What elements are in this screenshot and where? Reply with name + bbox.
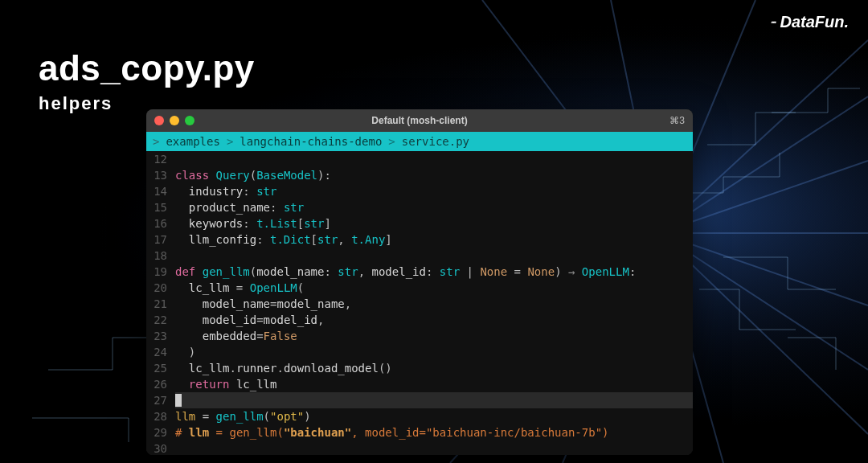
line-number: 13 (146, 167, 175, 183)
code-line: embedded=False (175, 328, 693, 344)
line-number: 12 (146, 151, 175, 167)
code-editor[interactable]: 12 13class Query(BaseModel): 14 industry… (146, 151, 693, 455)
code-line: ) (175, 344, 693, 360)
code-line: lc_llm = OpenLLM( (175, 280, 693, 296)
code-line (175, 392, 693, 408)
code-line: class Query(BaseModel): (175, 167, 693, 183)
breadcrumb-seg-2: langchain-chains-demo (240, 133, 382, 150)
line-number: 15 (146, 199, 175, 215)
code-line (175, 248, 693, 264)
code-line: keywords: t.List[str] (175, 215, 693, 232)
code-line: industry: str (175, 183, 693, 199)
window-shortcut: ⌘3 (669, 115, 685, 126)
brand-logo: ∙∙∙ DataFun. (771, 13, 849, 31)
terminal-window: Default (mosh-client) ⌘3 > examples > la… (146, 109, 693, 455)
code-line: model_id=model_id, (175, 312, 693, 328)
line-number: 27 (146, 392, 175, 408)
window-titlebar[interactable]: Default (mosh-client) ⌘3 (146, 109, 693, 132)
page-title: ads_copy.py (39, 48, 255, 88)
line-number: 23 (146, 328, 175, 344)
window-title: Default (mosh-client) (146, 115, 693, 126)
code-line: def gen_llm(model_name: str, model_id: s… (175, 264, 693, 280)
line-number: 18 (146, 248, 175, 264)
line-number: 22 (146, 312, 175, 328)
code-line: # llm = gen_llm("baichuan", model_id="ba… (175, 424, 693, 440)
line-number: 19 (146, 264, 175, 280)
line-number: 14 (146, 183, 175, 199)
code-line: llm = gen_llm("opt") (175, 408, 693, 424)
line-number: 26 (146, 376, 175, 392)
code-line (175, 151, 693, 167)
line-number: 16 (146, 215, 175, 232)
logo-dots-icon: ∙∙∙ (771, 16, 776, 29)
line-number: 24 (146, 344, 175, 360)
line-number: 28 (146, 408, 175, 424)
line-number: 30 (146, 440, 175, 455)
breadcrumb-seg-1: examples (166, 133, 219, 150)
code-line: return lc_llm (175, 376, 693, 392)
cursor-icon (175, 394, 182, 407)
line-number: 21 (146, 296, 175, 312)
code-line: llm_config: t.Dict[str, t.Any] (175, 232, 693, 248)
logo-text: DataFun. (780, 13, 849, 31)
slide-heading: ads_copy.py helpers (39, 48, 255, 114)
code-line: lc_llm.runner.download_model() (175, 360, 693, 376)
chevron-right-icon: > (388, 133, 395, 150)
code-line: model_name=model_name, (175, 296, 693, 312)
line-number: 20 (146, 280, 175, 296)
breadcrumb: > examples > langchain-chains-demo > ser… (146, 132, 693, 151)
breadcrumb-file: service.py (402, 133, 469, 150)
code-line (175, 440, 693, 455)
line-number: 25 (146, 360, 175, 376)
breadcrumb-caret: > (153, 133, 159, 150)
code-line: product_name: str (175, 199, 693, 215)
chevron-right-icon: > (227, 133, 233, 150)
line-number: 17 (146, 232, 175, 248)
line-number: 29 (146, 424, 175, 440)
